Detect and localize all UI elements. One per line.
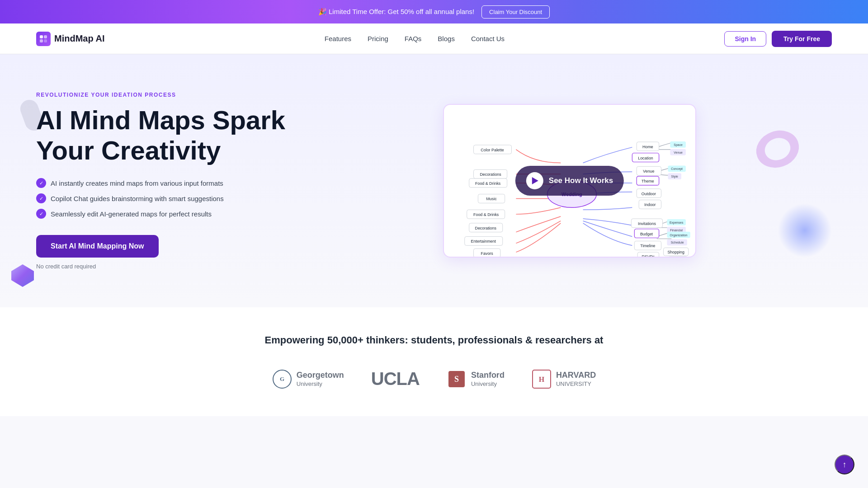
nav-pricing[interactable]: Pricing <box>368 35 388 42</box>
svg-text:Food & Drinks: Food & Drinks <box>473 212 499 217</box>
svg-text:RSVPs: RSVPs <box>642 254 655 257</box>
hero-subtitle: REVOLUTIONIZE YOUR IDEATION PROCESS <box>36 92 307 98</box>
mindmap-preview: Wedding Color Palette Decorations Food &… <box>443 104 696 258</box>
svg-text:Indoor: Indoor <box>644 202 656 207</box>
svg-rect-3 <box>44 39 47 42</box>
svg-text:Schedule: Schedule <box>671 241 684 244</box>
svg-text:G: G <box>280 375 284 382</box>
svg-text:Home: Home <box>642 145 653 149</box>
banner-offer-text: 🎉 Limited Time Offer: Get 50% off all an… <box>318 8 474 16</box>
universities-section: Empowering 50,000+ thinkers: students, p… <box>0 307 868 416</box>
georgetown-icon: G <box>272 369 292 389</box>
svg-text:Outdoor: Outdoor <box>642 192 656 196</box>
svg-text:S: S <box>454 375 459 384</box>
play-triangle-icon <box>532 177 538 184</box>
svg-text:Color Palette: Color Palette <box>481 148 504 152</box>
svg-rect-1 <box>44 35 47 38</box>
svg-text:Decorations: Decorations <box>475 226 497 230</box>
university-stanford: S Stanford University <box>447 369 505 389</box>
stanford-icon: S <box>447 369 467 389</box>
svg-text:Timeline: Timeline <box>640 244 655 248</box>
nav-links: Features Pricing FAQs Blogs Contact Us <box>325 35 505 43</box>
top-banner: 🎉 Limited Time Offer: Get 50% off all an… <box>0 0 868 23</box>
svg-rect-2 <box>40 39 43 42</box>
svg-text:Music: Music <box>486 197 497 201</box>
svg-text:Decorations: Decorations <box>480 172 501 177</box>
deco-blue-blob <box>778 203 832 258</box>
universities-title: Empowering 50,000+ thinkers: students, p… <box>36 334 832 346</box>
stanford-name: Stanford University <box>471 371 505 387</box>
nav-features[interactable]: Features <box>325 35 351 42</box>
deco-ring <box>751 125 804 174</box>
feature-item-1: ✓ AI instantly creates mind maps from va… <box>36 178 307 188</box>
svg-text:H: H <box>539 375 545 383</box>
hero-visual: Wedding Color Palette Decorations Food &… <box>307 104 832 258</box>
svg-text:Entertainment: Entertainment <box>471 239 496 244</box>
logo-link[interactable]: MindMap AI <box>36 32 104 46</box>
check-icon-2: ✓ <box>36 193 46 203</box>
ucla-text: UCLA <box>371 369 420 389</box>
hero-title: AI Mind Maps Spark Your Creativity <box>36 105 307 165</box>
svg-marker-4 <box>11 264 34 287</box>
svg-text:Space: Space <box>674 143 683 147</box>
try-for-free-button[interactable]: Try For Free <box>772 31 832 47</box>
svg-text:Budget: Budget <box>640 232 653 236</box>
nav-contact[interactable]: Contact Us <box>471 35 505 42</box>
svg-text:Financial: Financial <box>670 229 683 232</box>
deco-gem <box>9 262 36 289</box>
svg-text:Food & Drinks: Food & Drinks <box>475 181 501 186</box>
harvard-icon: H <box>532 369 552 389</box>
nav-faqs[interactable]: FAQs <box>405 35 422 42</box>
svg-text:Shopping: Shopping <box>667 250 684 254</box>
logo-icon <box>36 32 51 46</box>
check-icon-1: ✓ <box>36 178 46 188</box>
georgetown-name: Georgetown University <box>297 371 344 387</box>
hero-features-list: ✓ AI instantly creates mind maps from va… <box>36 178 307 219</box>
svg-rect-0 <box>40 35 43 38</box>
universities-logos: G Georgetown University UCLA S Stanford … <box>36 369 832 389</box>
banner-cta-button[interactable]: Claim Your Discount <box>481 5 550 19</box>
svg-text:Invitations: Invitations <box>638 221 656 226</box>
svg-text:Venue: Venue <box>643 169 654 174</box>
university-harvard: H HARVARD UNIVERSITY <box>532 369 596 389</box>
svg-text:Theme: Theme <box>642 179 654 183</box>
video-play-button[interactable]: See How It Works <box>515 166 624 196</box>
hero-content: REVOLUTIONIZE YOUR IDEATION PROCESS AI M… <box>36 92 307 270</box>
hero-section: REVOLUTIONIZE YOUR IDEATION PROCESS AI M… <box>0 54 868 307</box>
no-credit-card-text: No credit card required <box>36 263 307 270</box>
harvard-name: HARVARD UNIVERSITY <box>556 371 596 387</box>
logo-text: MindMap AI <box>54 33 104 44</box>
feature-item-3: ✓ Seamlessly edit AI-generated maps for … <box>36 209 307 219</box>
university-georgetown: G Georgetown University <box>272 369 344 389</box>
check-icon-3: ✓ <box>36 209 46 219</box>
video-label: See How It Works <box>549 176 613 185</box>
signin-button[interactable]: Sign In <box>724 31 766 47</box>
nav-actions: Sign In Try For Free <box>724 31 832 47</box>
svg-text:Location: Location <box>638 156 653 160</box>
nav-blogs[interactable]: Blogs <box>438 35 455 42</box>
svg-text:Favors: Favors <box>481 251 494 256</box>
start-mapping-button[interactable]: Start AI Mind Mapping Now <box>36 235 159 258</box>
svg-text:Venue: Venue <box>674 151 683 154</box>
svg-text:Expenses: Expenses <box>670 221 684 225</box>
play-circle-icon <box>526 172 543 189</box>
svg-text:Organization: Organization <box>670 234 688 237</box>
university-ucla: UCLA <box>371 369 420 389</box>
svg-text:Concept: Concept <box>671 167 683 171</box>
svg-text:Style: Style <box>671 175 679 178</box>
navbar: MindMap AI Features Pricing FAQs Blogs C… <box>0 23 868 54</box>
feature-item-2: ✓ Copilot Chat guides brainstorming with… <box>36 193 307 203</box>
